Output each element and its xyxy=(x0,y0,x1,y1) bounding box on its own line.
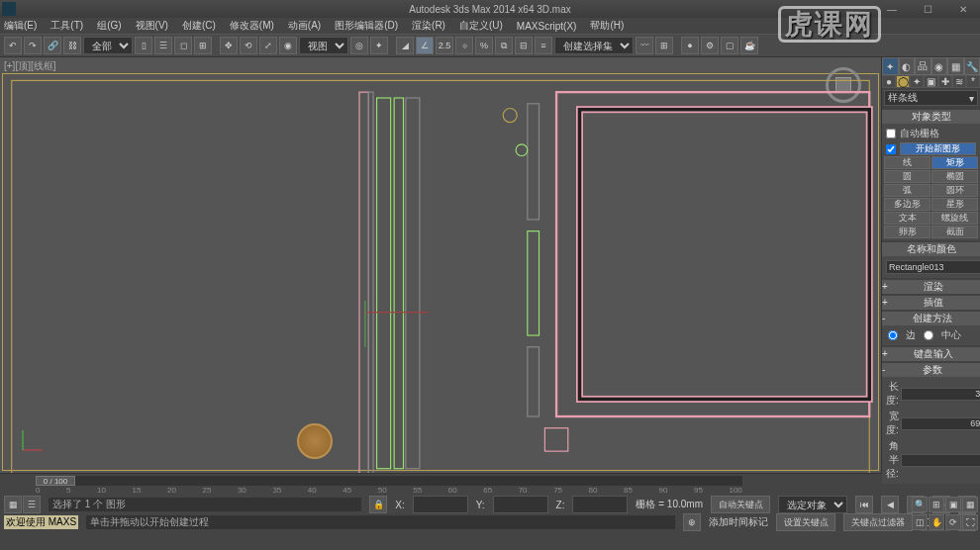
schematic-button[interactable]: ⊞ xyxy=(655,37,673,54)
object-name-field[interactable] xyxy=(886,260,980,274)
minimize-button[interactable]: — xyxy=(877,4,907,15)
placement-button[interactable]: ◉ xyxy=(279,37,297,54)
named-sel-button[interactable]: % xyxy=(475,37,493,54)
egg-button[interactable]: 卵形 xyxy=(884,226,931,238)
setkey-button[interactable]: 设置关键点 xyxy=(776,513,835,531)
snap-toggle-button[interactable]: ◢ xyxy=(396,37,414,54)
window-crossing-button[interactable]: ⊞ xyxy=(194,37,212,54)
menu-create[interactable]: 创建(C) xyxy=(182,19,216,33)
zoom-button[interactable]: 🔍 xyxy=(912,497,928,512)
select-button[interactable]: ▯ xyxy=(135,37,152,54)
width-field[interactable] xyxy=(901,417,980,430)
trackbar-filter-button[interactable]: ☰ xyxy=(23,496,41,513)
menu-group[interactable]: 组(G) xyxy=(97,19,121,33)
rotate-button[interactable]: ⟲ xyxy=(240,37,257,54)
addtime-button[interactable]: ⊕ xyxy=(683,513,701,531)
goto-start-button[interactable]: ⏮ xyxy=(855,496,873,513)
menu-render[interactable]: 渲染(R) xyxy=(412,19,445,33)
objtype-rollout[interactable]: 对象类型 xyxy=(882,110,980,124)
mirror-button[interactable]: ⧉ xyxy=(495,37,513,54)
prev-frame-button[interactable]: ◀ xyxy=(881,496,899,513)
align-button[interactable]: ⊟ xyxy=(515,37,533,54)
close-button[interactable]: ✕ xyxy=(948,4,978,15)
star-button[interactable]: 星形 xyxy=(931,198,978,211)
z-field[interactable] xyxy=(572,496,628,513)
space-sub[interactable]: ≋ xyxy=(952,75,966,88)
render-setup-button[interactable]: ⚙ xyxy=(701,37,719,54)
render-button[interactable]: ☕ xyxy=(740,37,758,54)
time-slider[interactable]: 0 / 100 05101520253035404550556065707580… xyxy=(36,476,742,496)
rectangle-button[interactable]: 矩形 xyxy=(931,156,978,169)
utilities-tab[interactable]: 🔧 xyxy=(964,57,981,75)
redo-button[interactable]: ↷ xyxy=(24,37,42,54)
maximize-viewport-button[interactable]: ⛶ xyxy=(962,514,978,530)
menu-maxscript[interactable]: MAXScript(X) xyxy=(517,21,577,32)
select-name-button[interactable]: ☰ xyxy=(154,37,172,54)
menu-customize[interactable]: 自定义(U) xyxy=(459,19,503,33)
pivot-button[interactable]: ◎ xyxy=(350,37,368,54)
zoom-all-button[interactable]: ⊞ xyxy=(929,497,944,512)
curve-editor-button[interactable]: 〰 xyxy=(636,37,653,54)
section-button[interactable]: 截面 xyxy=(931,226,978,238)
startshape-checkbox[interactable] xyxy=(886,144,896,154)
layers-button[interactable]: ≡ xyxy=(535,37,552,54)
systems-sub[interactable]: * xyxy=(966,75,980,88)
autokey-button[interactable]: 自动关键点 xyxy=(711,496,770,513)
y-field[interactable] xyxy=(493,496,548,513)
donut-button[interactable]: 圆环 xyxy=(931,184,978,197)
orbit-button[interactable]: ⟳ xyxy=(945,514,961,530)
params-rollout[interactable]: -参数 xyxy=(882,363,980,377)
undo-button[interactable]: ↶ xyxy=(4,37,22,54)
angle-snap-button[interactable]: ∠ xyxy=(416,37,434,54)
category-dropdown[interactable]: 样条线▾ xyxy=(884,90,978,106)
select-region-button[interactable]: ◻ xyxy=(174,37,192,54)
maximize-button[interactable]: ☐ xyxy=(913,4,942,15)
cameras-sub[interactable]: ▣ xyxy=(924,75,937,88)
move-button[interactable]: ✥ xyxy=(220,37,238,54)
named-selection[interactable]: 创建选择集 xyxy=(554,37,634,54)
shapes-sub[interactable]: ◯ xyxy=(896,75,910,88)
create-tab[interactable]: ✦ xyxy=(882,57,899,75)
lock-button[interactable]: 🔒 xyxy=(369,496,387,513)
ngon-button[interactable]: 多边形 xyxy=(884,198,931,211)
ref-coord[interactable]: 视图 xyxy=(299,37,348,54)
namecolor-rollout[interactable]: 名称和颜色 xyxy=(882,242,980,256)
spinner-snap-button[interactable]: ⟐ xyxy=(455,37,473,54)
unlink-button[interactable]: ⛓ xyxy=(63,37,81,54)
kbd-rollout[interactable]: +键盘输入 xyxy=(882,347,980,361)
motion-tab[interactable]: ◉ xyxy=(931,57,948,75)
zoom-ext-all-button[interactable]: ▦ xyxy=(962,497,978,512)
render-rollout[interactable]: +渲染 xyxy=(882,280,980,294)
zoom-extents-button[interactable]: ▣ xyxy=(945,497,961,512)
lights-sub[interactable]: ✦ xyxy=(910,75,924,88)
ellipse-button[interactable]: 椭圆 xyxy=(931,170,978,183)
helpers-sub[interactable]: ✚ xyxy=(938,75,952,88)
fov-button[interactable]: ◫ xyxy=(912,514,928,530)
menu-tools[interactable]: 工具(T) xyxy=(50,19,83,33)
link-button[interactable]: 🔗 xyxy=(44,37,61,54)
startshape-button[interactable]: 开始新图形 xyxy=(900,142,976,155)
corner-field[interactable] xyxy=(901,454,980,467)
helix-button[interactable]: 螺旋线 xyxy=(931,212,978,225)
viewport[interactable]: [+][顶][线框] xyxy=(0,57,881,473)
line-button[interactable]: 线 xyxy=(884,156,931,169)
menu-help[interactable]: 帮助(H) xyxy=(590,19,624,33)
method-rollout[interactable]: -创建方法 xyxy=(882,312,980,325)
menu-animation[interactable]: 动画(A) xyxy=(288,19,321,33)
edge-radio[interactable] xyxy=(888,330,898,340)
time-slider-head[interactable]: 0 / 100 xyxy=(36,476,75,486)
keyfilter-button[interactable]: 关键点过滤器 xyxy=(843,513,913,531)
menu-edit[interactable]: 编辑(E) xyxy=(4,19,37,33)
trackbar-button[interactable]: ▦ xyxy=(4,496,22,513)
autogrid-checkbox[interactable] xyxy=(886,129,896,138)
scale-button[interactable]: ⤢ xyxy=(259,37,277,54)
arc-button[interactable]: 弧 xyxy=(884,184,931,197)
addtime-label[interactable]: 添加时间标记 xyxy=(709,515,768,529)
menu-modifiers[interactable]: 修改器(M) xyxy=(230,19,274,33)
manip-button[interactable]: ✦ xyxy=(370,37,388,54)
material-editor-button[interactable]: ● xyxy=(681,37,699,54)
hierarchy-tab[interactable]: 品 xyxy=(915,57,931,75)
render-frame-button[interactable]: ▢ xyxy=(721,37,738,54)
interp-rollout[interactable]: +插值 xyxy=(882,296,980,310)
selection-filter[interactable]: 全部 xyxy=(83,37,133,54)
